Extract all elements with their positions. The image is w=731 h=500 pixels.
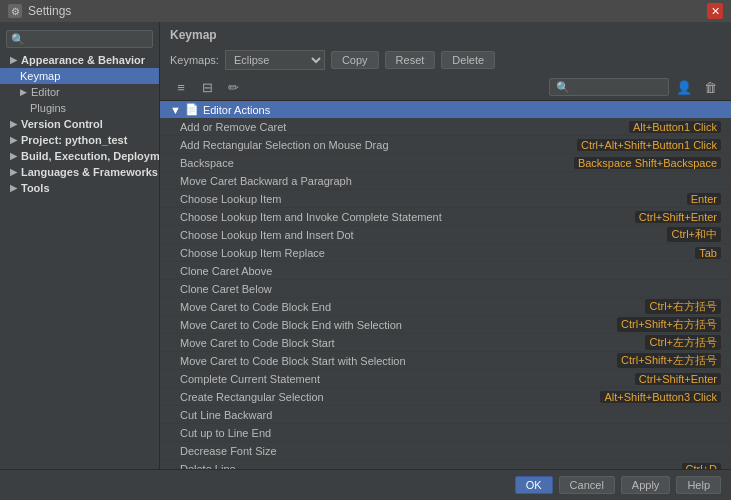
ok-button[interactable]: OK [515, 476, 553, 494]
sidebar-item-tools[interactable]: ▶ Tools [0, 180, 159, 196]
actions-list: ▼ 📄 Editor Actions Add or Remove Caret A… [160, 101, 731, 469]
expand-arrow-vc: ▶ [10, 119, 17, 129]
sidebar-item-label: Keymap [20, 70, 60, 82]
action-row[interactable]: Move Caret to Code Block Start with Sele… [160, 352, 731, 370]
action-search-input[interactable] [549, 78, 669, 96]
delete-button[interactable]: Delete [441, 51, 495, 69]
keymap-controls: Keymaps: Eclipse Copy Reset Delete [160, 46, 731, 74]
action-row[interactable]: Cut Line Backward [160, 406, 731, 424]
sidebar-item-keymap[interactable]: Keymap [0, 68, 159, 84]
expand-arrow-tools: ▶ [10, 183, 17, 193]
sidebar-item-project[interactable]: ▶ Project: python_test [0, 132, 159, 148]
action-row[interactable]: Choose Lookup Item Enter [160, 190, 731, 208]
action-row[interactable]: Decrease Font Size [160, 442, 731, 460]
copy-button[interactable]: Copy [331, 51, 379, 69]
expand-arrow-build: ▶ [10, 151, 17, 161]
keymap-select[interactable]: Eclipse [225, 50, 325, 70]
action-row[interactable]: Move Caret to Code Block End Ctrl+右方括号 [160, 298, 731, 316]
sidebar-search-input[interactable] [6, 30, 153, 48]
action-row[interactable]: Add or Remove Caret Alt+Button1 Click [160, 118, 731, 136]
group-expand-icon: ▼ [170, 104, 181, 116]
action-row[interactable]: Clone Caret Below [160, 280, 731, 298]
action-row[interactable]: Move Caret to Code Block Start Ctrl+左方括号 [160, 334, 731, 352]
title-bar: ⚙ Settings ✕ [0, 0, 731, 22]
action-row[interactable]: Choose Lookup Item Replace Tab [160, 244, 731, 262]
sidebar-item-label: Version Control [21, 118, 103, 130]
expand-all-button[interactable]: ≡ [170, 76, 192, 98]
section-title: Keymap [160, 22, 731, 46]
group-label: Editor Actions [203, 104, 270, 116]
settings-dialog: ▶ Appearance & Behavior Keymap ▶ Editor … [0, 22, 731, 500]
sidebar-item-build[interactable]: ▶ Build, Execution, Deployment [0, 148, 159, 164]
sidebar-item-label: Build, Execution, Deployment [21, 150, 159, 162]
group-icon: 📄 [185, 103, 199, 116]
action-row[interactable]: Move Caret to Code Block End with Select… [160, 316, 731, 334]
expand-arrow-languages: ▶ [10, 167, 17, 177]
sidebar-item-label: Languages & Frameworks [21, 166, 158, 178]
expand-arrow-project: ▶ [10, 135, 17, 145]
cancel-button[interactable]: Cancel [559, 476, 615, 494]
action-row[interactable]: Create Rectangular Selection Alt+Shift+B… [160, 388, 731, 406]
main-content: Keymap Keymaps: Eclipse Copy Reset Delet… [160, 22, 731, 469]
user-icon-button[interactable]: 👤 [673, 76, 695, 98]
sidebar-item-plugins[interactable]: Plugins [0, 100, 159, 116]
reset-button[interactable]: Reset [385, 51, 436, 69]
toolbar-search: 👤 🗑 [549, 76, 721, 98]
apply-button[interactable]: Apply [621, 476, 671, 494]
expand-arrow-appearance: ▶ [10, 55, 17, 65]
dialog-body: ▶ Appearance & Behavior Keymap ▶ Editor … [0, 22, 731, 469]
sidebar-item-editor[interactable]: ▶ Editor [0, 84, 159, 100]
sidebar-item-label: Appearance & Behavior [21, 54, 145, 66]
sidebar: ▶ Appearance & Behavior Keymap ▶ Editor … [0, 22, 160, 469]
action-row[interactable]: Choose Lookup Item and Invoke Complete S… [160, 208, 731, 226]
sidebar-search-box [0, 26, 159, 52]
action-row[interactable]: Add Rectangular Selection on Mouse Drag … [160, 136, 731, 154]
sidebar-item-version-control[interactable]: ▶ Version Control [0, 116, 159, 132]
sidebar-item-label: Project: python_test [21, 134, 127, 146]
action-row-cut-up-to-line-end[interactable]: Cut up to Line End [160, 424, 731, 442]
app-icon: ⚙ [8, 4, 22, 18]
action-row[interactable]: Backspace Backspace Shift+Backspace [160, 154, 731, 172]
action-toolbar: ≡ ⊟ ✏ 👤 🗑 [160, 74, 731, 101]
close-button[interactable]: ✕ [707, 3, 723, 19]
expand-arrow-editor: ▶ [20, 87, 27, 97]
action-row[interactable]: Choose Lookup Item and Insert Dot Ctrl+和… [160, 226, 731, 244]
sidebar-item-languages[interactable]: ▶ Languages & Frameworks [0, 164, 159, 180]
sidebar-item-label: Plugins [30, 102, 66, 114]
dialog-title: Settings [28, 4, 71, 18]
sidebar-item-label: Tools [21, 182, 50, 194]
edit-button[interactable]: ✏ [222, 76, 244, 98]
action-row[interactable]: Clone Caret Above [160, 262, 731, 280]
action-row[interactable]: Delete Line Ctrl+D [160, 460, 731, 469]
dialog-footer: OK Cancel Apply Help [0, 469, 731, 500]
trash-icon-button[interactable]: 🗑 [699, 76, 721, 98]
action-row[interactable]: Complete Current Statement Ctrl+Shift+En… [160, 370, 731, 388]
sidebar-item-appearance[interactable]: ▶ Appearance & Behavior [0, 52, 159, 68]
keymap-label: Keymaps: [170, 54, 219, 66]
collapse-all-button[interactable]: ⊟ [196, 76, 218, 98]
editor-actions-group-header: ▼ 📄 Editor Actions [160, 101, 731, 118]
sidebar-item-label: Editor [31, 86, 60, 98]
help-button[interactable]: Help [676, 476, 721, 494]
action-row[interactable]: Move Caret Backward a Paragraph [160, 172, 731, 190]
